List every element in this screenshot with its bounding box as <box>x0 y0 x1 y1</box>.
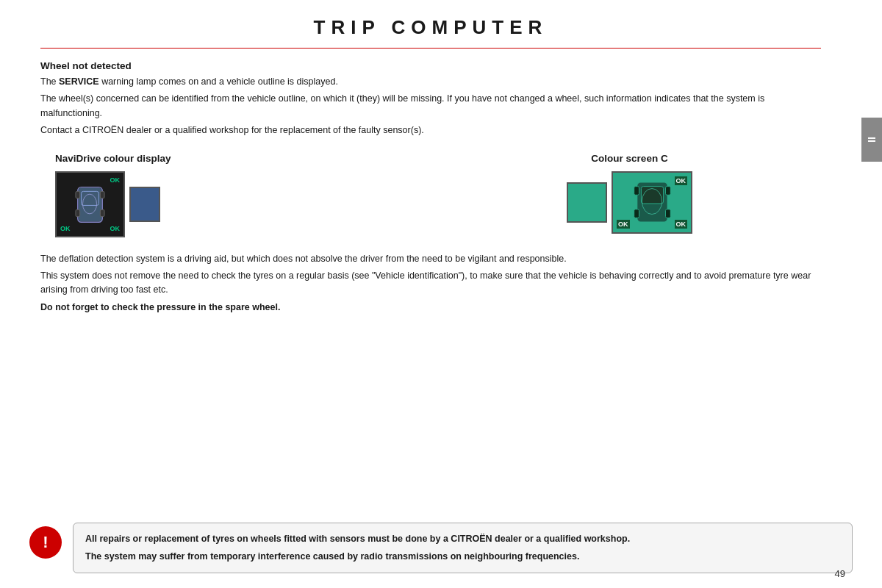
navi-ok-top-right: OK <box>110 176 121 184</box>
navi-ok-bottom-left: OK <box>60 225 71 232</box>
colour-main-screen: OK OK OK <box>612 171 692 234</box>
para1-bold: SERVICE <box>59 76 99 87</box>
svg-rect-13 <box>634 209 639 218</box>
warning-section: ! All repairs or replacement of tyres on… <box>29 523 853 573</box>
page-title: TRIP COMPUTER <box>40 16 821 39</box>
navi-main-screen: OK OK OK <box>55 171 125 237</box>
warning-box: All repairs or replacement of tyres on w… <box>73 523 853 573</box>
display-section: NaviDrive colour display <box>40 153 821 237</box>
bottom-text: The deflation detection system is a driv… <box>40 252 821 315</box>
svg-rect-11 <box>634 187 639 196</box>
bottom-para-2: This system does not remove the need to … <box>40 269 821 298</box>
svg-rect-12 <box>665 187 670 196</box>
navi-image-container: OK OK OK <box>55 171 160 237</box>
colour-ok-top-right: OK <box>675 176 688 185</box>
warning-line-2: The system may suffer from temporary int… <box>85 550 840 564</box>
main-content: TRIP COMPUTER Wheel not detected The SER… <box>0 0 861 332</box>
bottom-para-1: The deflation detection system is a driv… <box>40 252 821 266</box>
page-number: 49 <box>835 568 845 579</box>
svg-rect-4 <box>100 191 104 198</box>
warning-icon: ! <box>29 526 62 559</box>
warning-icon-label: ! <box>43 533 48 552</box>
colour-screen-section: Colour screen C <box>438 153 821 234</box>
svg-rect-14 <box>665 209 670 218</box>
paragraph-2: The wheel(s) concerned can be identified… <box>40 92 821 121</box>
navi-ok-bottom-right: OK <box>110 225 121 232</box>
para1-prefix: The <box>40 76 59 87</box>
bottom-para-3: Do not forget to check the pressure in t… <box>40 301 821 315</box>
svg-rect-3 <box>76 191 80 198</box>
colour-ok-bottom-right: OK <box>675 220 688 229</box>
chapter-tab: II <box>861 118 882 162</box>
colour-box-small <box>567 182 607 223</box>
colour-ok-bottom-left: OK <box>617 220 630 229</box>
colour-screen-container: OK OK OK <box>567 171 692 234</box>
title-divider <box>40 48 821 49</box>
svg-rect-6 <box>100 209 104 217</box>
svg-rect-9 <box>641 187 663 204</box>
para1-suffix: warning lamp comes on and a vehicle outl… <box>99 76 338 87</box>
page-wrapper: II TRIP COMPUTER Wheel not detected The … <box>0 0 882 588</box>
svg-rect-2 <box>79 187 101 221</box>
svg-rect-5 <box>76 209 80 217</box>
navi-car-svg <box>74 182 107 227</box>
paragraph-3: Contact a CITROËN dealer or a qualified … <box>40 123 821 137</box>
paragraph-1: The SERVICE warning lamp comes on and a … <box>40 75 821 89</box>
colour-car-svg <box>632 176 673 228</box>
navi-drive-section: NaviDrive colour display <box>40 153 438 237</box>
navi-drive-label: NaviDrive colour display <box>55 153 171 164</box>
section-heading: Wheel not detected <box>40 60 821 71</box>
bottom-para-3-bold: Do not forget to check the pressure in t… <box>40 302 280 312</box>
navi-secondary-screen <box>129 187 160 222</box>
colour-screen-label: Colour screen C <box>591 153 667 164</box>
warning-line-1: All repairs or replacement of tyres on w… <box>85 532 840 546</box>
chapter-tab-label: II <box>866 137 878 143</box>
